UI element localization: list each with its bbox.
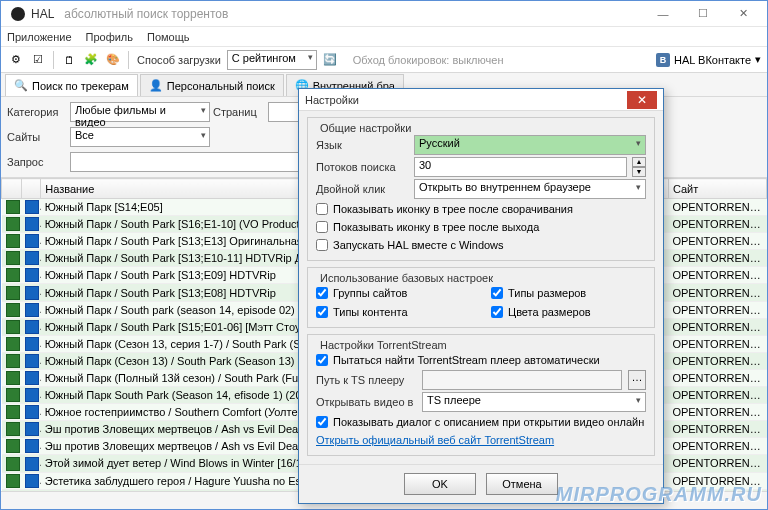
browse-button[interactable]: … (628, 370, 646, 390)
site-groups-check[interactable] (316, 287, 328, 299)
tab-personal-search[interactable]: 👤 Персональный поиск (140, 74, 284, 96)
torrent-icon (6, 422, 20, 436)
vk-link[interactable]: B HAL ВКонтакте ▾ (656, 53, 761, 67)
torrent-icon (6, 405, 20, 419)
dialog-close[interactable]: ✕ (627, 91, 657, 109)
threads-input[interactable]: 30 (414, 157, 627, 177)
startup-check[interactable] (316, 239, 328, 251)
save-icon (25, 422, 39, 436)
separator (128, 51, 129, 69)
ts-open-combo[interactable]: TS плеере (422, 392, 646, 412)
save-icon (25, 354, 39, 368)
dialog-title: Настройки (305, 94, 359, 106)
torrent-icon (6, 200, 20, 214)
ts-open-label: Открывать видео в (316, 396, 416, 408)
torrent-icon (6, 337, 20, 351)
category-combo[interactable]: Любые фильмы и видео (70, 102, 210, 122)
torrent-icon (6, 371, 20, 385)
torrent-icon (6, 268, 20, 282)
cell-site: OPENTORRENT.R (668, 404, 766, 421)
dblclick-combo[interactable]: Открыть во внутреннем браузере (414, 179, 646, 199)
tab-tracker-search[interactable]: 🔍 Поиск по трекерам (5, 74, 138, 96)
save-icon (25, 251, 39, 265)
ok-button[interactable]: OK (404, 473, 476, 495)
save-icon (25, 200, 39, 214)
tray-minimize-check[interactable] (316, 203, 328, 215)
check-icon[interactable]: ☑ (29, 51, 47, 69)
watermark: MIRPROGRAMM.RU (556, 483, 762, 506)
lang-label: Язык (316, 139, 408, 151)
cell-site: OPENTORRENT.R (668, 216, 766, 233)
cell-site: OPENTORRENT.R (668, 233, 766, 250)
cell-site: OPENTORRENT.R (668, 250, 766, 267)
vk-icon: B (656, 53, 670, 67)
torrent-icon (6, 474, 20, 488)
torrent-icon (6, 354, 20, 368)
cell-site: OPENTORRENT.R (668, 199, 766, 216)
refresh-icon[interactable]: 🔄 (321, 51, 339, 69)
download-method-combo[interactable]: С рейтингом (227, 50, 317, 70)
save-icon (25, 303, 39, 317)
menu-app[interactable]: Приложение (7, 31, 72, 43)
cell-site: OPENTORRENT.R (668, 267, 766, 284)
blocker-status: Обход блокировок: выключен (353, 54, 504, 66)
separator (53, 51, 54, 69)
threads-spinner[interactable]: ▲▼ (632, 157, 646, 177)
category-label: Категория (7, 106, 67, 118)
save-icon (25, 320, 39, 334)
download-method-label: Способ загрузки (137, 54, 221, 66)
icon-1[interactable]: 🗒 (60, 51, 78, 69)
cell-site: OPENTORRENT.R (668, 284, 766, 301)
save-icon (25, 371, 39, 385)
save-icon (25, 457, 39, 471)
sites-label: Сайты (7, 131, 67, 143)
menu-profile[interactable]: Профиль (86, 31, 134, 43)
window-close[interactable]: ✕ (723, 3, 763, 25)
save-icon (25, 405, 39, 419)
content-types-check[interactable] (316, 306, 328, 318)
cell-site: OPENTORRENT.R (668, 455, 766, 472)
ts-official-link[interactable]: Открыть официальный веб сайт TorrentStre… (316, 434, 554, 446)
window-maximize[interactable]: ☐ (683, 3, 723, 25)
cell-site: OPENTORRENT.R (668, 318, 766, 335)
icon-3[interactable]: 🎨 (104, 51, 122, 69)
base-group-title: Использование базовых настроек (316, 272, 497, 284)
lang-combo[interactable]: Русский (414, 135, 646, 155)
ts-path-input[interactable] (422, 370, 622, 390)
torrent-icon (6, 457, 20, 471)
ts-path-label: Путь к TS плееру (316, 374, 416, 386)
save-icon (25, 234, 39, 248)
gen-group-title: Общие настройки (316, 122, 415, 134)
torrent-icon (6, 439, 20, 453)
cancel-button[interactable]: Отмена (486, 473, 558, 495)
size-types-check[interactable] (491, 287, 503, 299)
col-header[interactable]: Сайт (668, 179, 766, 199)
sites-combo[interactable]: Все (70, 127, 210, 147)
torrent-icon (6, 303, 20, 317)
save-icon (25, 388, 39, 402)
ts-desc-check[interactable] (316, 416, 328, 428)
col-header[interactable] (2, 179, 22, 199)
tray-exit-check[interactable] (316, 221, 328, 233)
size-colors-check[interactable] (491, 306, 503, 318)
cell-site: OPENTORRENT.R (668, 369, 766, 386)
ts-group-title: Настройки TorrentStream (316, 339, 451, 351)
ts-auto-check[interactable] (316, 354, 328, 366)
icon-2[interactable]: 🧩 (82, 51, 100, 69)
cell-site: OPENTORRENT.R (668, 421, 766, 438)
col-header[interactable] (21, 179, 41, 199)
cell-site: OPENTORRENT.R (668, 387, 766, 404)
vk-label: HAL ВКонтакте (674, 54, 751, 66)
save-icon (25, 439, 39, 453)
dblclick-label: Двойной клик (316, 183, 408, 195)
settings-icon[interactable]: ⚙ (7, 51, 25, 69)
cell-site: OPENTORRENT.R (668, 301, 766, 318)
chevron-down-icon: ▾ (755, 53, 761, 66)
threads-label: Потоков поиска (316, 161, 408, 173)
query-input[interactable] (70, 152, 318, 172)
app-logo (11, 7, 25, 21)
menu-help[interactable]: Помощь (147, 31, 190, 43)
window-minimize[interactable]: — (643, 3, 683, 25)
cell-site: OPENTORRENT.R (668, 352, 766, 369)
save-icon (25, 286, 39, 300)
